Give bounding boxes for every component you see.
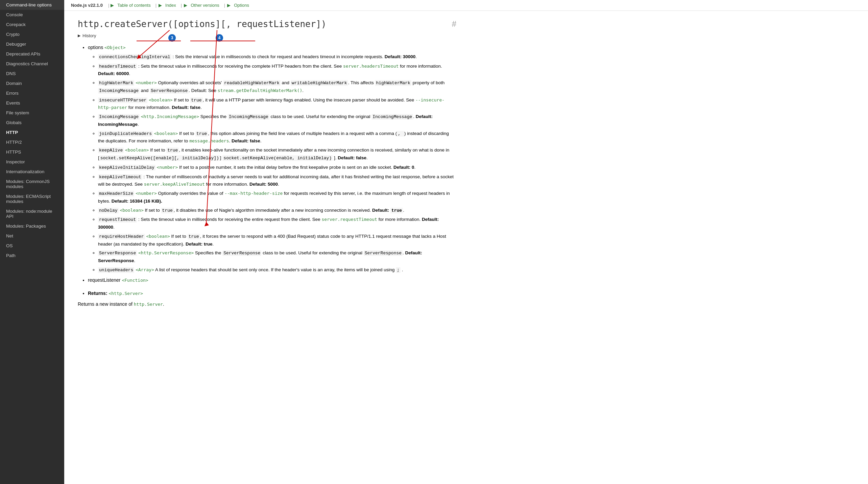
sidebar-item-internationalization[interactable]: Internationalization [0, 167, 64, 177]
type-boolean-link-2[interactable]: <boolean> [154, 131, 178, 136]
nav-other-versions-link[interactable]: Other versions [191, 3, 219, 8]
sidebar-item-modules-node[interactable]: Modules: node:module API [0, 206, 64, 221]
content-area: http.createServer([options][, requestLis… [64, 11, 470, 320]
param-requestListener: requestListener <Function> [88, 276, 456, 284]
type-ServerResponse-link[interactable]: <http.ServerResponse> [138, 250, 194, 255]
type-number-link-3[interactable]: <number> [136, 191, 157, 196]
sidebar-item-dns[interactable]: DNS [0, 69, 64, 78]
param-name-code: insecureHTTPParser [98, 97, 147, 103]
returns-link[interactable]: <http.Server> [108, 291, 143, 296]
annotation-circle-3: 3 [168, 34, 176, 42]
param-name-code: connectionsCheckingInterval [98, 54, 171, 60]
type-Array-link[interactable]: <Array> [136, 267, 154, 272]
returns-list: Returns: <http.Server> [78, 290, 456, 297]
sidebar-item-https[interactable]: HTTPS [0, 147, 64, 157]
nav-separator-2: | [155, 3, 156, 8]
version-label: Node.js v22.1.0 [71, 3, 103, 8]
sidebar-item-inspector[interactable]: Inspector [0, 157, 64, 167]
type-boolean-link-3[interactable]: <boolean> [125, 147, 149, 153]
sub-param-list: connectionsCheckingInterval : Sets the i… [88, 53, 456, 274]
sub-param-ServerResponse: ServerResponse <http.ServerResponse> Spe… [98, 249, 456, 264]
nav-index-link[interactable]: Index [165, 3, 176, 8]
triangle-index: ▶ [159, 3, 162, 8]
page-title-container: http.createServer([options][, requestLis… [78, 19, 456, 29]
nav-toc-link[interactable]: Table of contents [117, 3, 150, 8]
sidebar: Command-line options Console Corepack Cr… [0, 0, 64, 484]
sidebar-item-diagnostics-channel[interactable]: Diagnostics Channel [0, 59, 64, 69]
triangle-other: ▶ [184, 3, 187, 8]
main-content: Node.js v22.1.0 | ▶ Table of contents | … [64, 0, 868, 484]
type-boolean-link-1[interactable]: <boolean> [149, 97, 172, 102]
param-options-type[interactable]: <Object> [104, 45, 126, 50]
sub-param-requireHostHeader: requireHostHeader <boolean> If set to tr… [98, 233, 456, 248]
annotation-area: 3 4 options <Object> [78, 44, 456, 307]
sidebar-item-crypto[interactable]: Crypto [0, 29, 64, 39]
sidebar-item-domain[interactable]: Domain [0, 78, 64, 88]
sub-param-insecureHTTPParser: insecureHTTPParser <boolean> If set to t… [98, 96, 456, 112]
param-name-code: noDelay [98, 208, 119, 213]
sidebar-item-modules-packages[interactable]: Modules: Packages [0, 221, 64, 231]
sidebar-item-http[interactable]: HTTP [0, 128, 64, 137]
nav-separator-3: | [181, 3, 182, 8]
sidebar-item-file-system[interactable]: File system [0, 108, 64, 118]
server-requestTimeout-link[interactable]: server.requestTimeout [322, 217, 377, 222]
type-number-link-1[interactable]: <number> [136, 80, 157, 85]
max-http-header-size-link[interactable]: --max-http-header-size [224, 191, 283, 196]
triangle-options: ▶ [227, 3, 231, 8]
sidebar-item-os[interactable]: OS [0, 241, 64, 251]
returns-label: Returns: [88, 291, 107, 296]
history-label: History [82, 33, 96, 38]
sub-param-joinDuplicateHeaders: joinDuplicateHeaders <boolean> If set to… [98, 130, 456, 145]
sidebar-item-deprecated-apis[interactable]: Deprecated APIs [0, 49, 64, 59]
param-name-code: requireHostHeader [98, 234, 145, 239]
sub-param-connectionsCheckingInterval: connectionsCheckingInterval : Sets the i… [98, 53, 456, 61]
param-requestListener-type[interactable]: <Function> [122, 278, 148, 283]
returns-item: Returns: <http.Server> [88, 290, 456, 297]
param-name-code: highWaterMark [98, 80, 134, 86]
type-number-link-2[interactable]: <number> [157, 165, 178, 170]
stream-getDefaultHighWaterMark-link[interactable]: stream.getDefaultHighWaterMark() [218, 88, 302, 93]
sub-param-noDelay: noDelay <boolean> If set to true, it dis… [98, 207, 456, 214]
sub-param-uniqueHeaders: uniqueHeaders <Array> A list of response… [98, 266, 456, 274]
type-IncomingMessage-link[interactable]: <http.IncomingMessage> [141, 114, 199, 119]
http-server-link[interactable]: http.Server [134, 302, 163, 307]
param-name-code: keepAliveInitialDelay [98, 165, 155, 170]
type-boolean-link-5[interactable]: <boolean> [146, 234, 170, 239]
param-name-code: maxHeaderSize [98, 191, 134, 197]
sidebar-item-modules-commonjs[interactable]: Modules: CommonJS modules [0, 177, 64, 191]
sidebar-item-net[interactable]: Net [0, 231, 64, 241]
param-name-code: IncomingMessage [98, 114, 140, 120]
sidebar-item-command-line[interactable]: Command-line options [0, 0, 64, 10]
sidebar-item-globals[interactable]: Globals [0, 118, 64, 128]
sidebar-item-modules-esm[interactable]: Modules: ECMAScript modules [0, 191, 64, 206]
param-name-code: joinDuplicateHeaders [98, 131, 153, 137]
annotation-circle-4: 4 [216, 34, 223, 42]
history-toggle[interactable]: ▶ History [78, 33, 456, 38]
param-name-code: requestTimeout [98, 217, 137, 223]
sidebar-item-path[interactable]: Path [0, 251, 64, 260]
message-headers-link[interactable]: message.headers [189, 138, 229, 143]
param-name-code: headersTimeout [98, 64, 137, 69]
sub-param-maxHeaderSize: maxHeaderSize <number> Optionally overri… [98, 190, 456, 205]
page-title: http.createServer([options][, requestLis… [78, 19, 327, 29]
sidebar-item-events[interactable]: Events [0, 98, 64, 108]
param-name-code: uniqueHeaders [98, 267, 134, 273]
sub-param-IncomingMessage: IncomingMessage <http.IncomingMessage> S… [98, 113, 456, 128]
sidebar-item-errors[interactable]: Errors [0, 88, 64, 98]
sidebar-item-http2[interactable]: HTTP/2 [0, 137, 64, 147]
type-boolean-link-4[interactable]: <boolean> [120, 208, 143, 213]
sidebar-item-debugger[interactable]: Debugger [0, 39, 64, 49]
sidebar-item-console[interactable]: Console [0, 10, 64, 20]
param-list: options <Object> connectionsCheckingInte… [78, 44, 456, 284]
sidebar-item-corepack[interactable]: Corepack [0, 20, 64, 29]
param-options: options <Object> connectionsCheckingInte… [88, 44, 456, 274]
server-keepAliveTimeout-link[interactable]: server.keepAliveTimeout [144, 182, 205, 187]
sub-param-highWaterMark: highWaterMark <number> Optionally overri… [98, 79, 456, 95]
sub-param-keepAlive: keepAlive <boolean> If set to true, it e… [98, 146, 456, 162]
server-headersTimeout-link[interactable]: server.headersTimeout [343, 64, 399, 69]
nav-options-link[interactable]: Options [234, 3, 249, 8]
hash-anchor[interactable]: # [452, 19, 456, 29]
triangle-toc: ▶ [111, 3, 114, 8]
nav-separator-4: | [224, 3, 225, 8]
param-name-code: keepAliveTimeout [98, 174, 142, 180]
